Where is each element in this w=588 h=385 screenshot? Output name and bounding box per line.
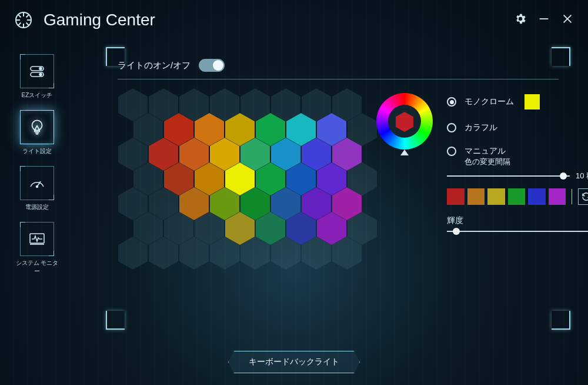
interval-slider[interactable] (447, 175, 570, 177)
interval-label: 色の変更間隔 (465, 157, 588, 167)
radio-label: カラフル (465, 122, 497, 133)
light-toggle-label: ライトのオン/オフ (118, 60, 191, 71)
radio-icon (447, 147, 456, 156)
sidebar-item-label: 電源設定 (25, 203, 49, 211)
interval-value: 10 秒 (576, 171, 588, 181)
color-preset[interactable] (549, 188, 566, 205)
hex-empty-cell (271, 237, 300, 270)
hex-empty-cell (179, 237, 209, 270)
sidebar-item-label: ライト設定 (22, 147, 52, 155)
radio-monochrome[interactable]: モノクローム (447, 94, 588, 109)
sidebar-item-system-monitor[interactable]: システム モニター (13, 222, 61, 276)
radio-icon (447, 97, 456, 107)
close-icon[interactable] (561, 12, 574, 28)
hex-empty-cell (149, 237, 178, 270)
color-preset[interactable] (528, 188, 546, 205)
color-presets (447, 188, 588, 205)
header: Gaming Center (0, 11, 588, 29)
sidebar: EZスイッチ ライト設定 電源設定 システム モニター (13, 54, 61, 276)
ez-switch-icon (20, 54, 54, 88)
color-preset[interactable] (447, 188, 465, 205)
monitor-icon (20, 222, 54, 256)
radio-manual[interactable]: マニュアル (447, 146, 588, 157)
settings-icon[interactable] (514, 12, 527, 28)
hex-empty-cell (118, 237, 148, 270)
sidebar-item-ez-switch[interactable]: EZスイッチ (13, 54, 61, 99)
light-settings-panel: ライトのオン/オフ モノクローム カラフル マニュアル 色の変更間隔 10 (118, 59, 559, 318)
svg-line-5 (19, 15, 21, 18)
svg-line-8 (19, 23, 21, 25)
color-preset[interactable] (487, 188, 505, 205)
hex-empty-cell (332, 237, 362, 270)
monochrome-swatch (524, 94, 540, 109)
brightness-slider[interactable] (447, 231, 588, 232)
color-preset[interactable] (508, 188, 526, 205)
hex-empty-cell (302, 237, 331, 270)
lightbulb-icon (20, 110, 54, 144)
svg-point-20 (36, 186, 38, 188)
svg-point-15 (39, 74, 42, 76)
radio-colorful[interactable]: カラフル (447, 122, 588, 133)
minimize-icon[interactable] (537, 12, 550, 28)
svg-point-13 (39, 68, 42, 70)
mode-options: モノクローム カラフル マニュアル 色の変更間隔 10 秒 輝度 (447, 94, 588, 239)
gauge-icon (20, 166, 54, 200)
sidebar-item-label: EZスイッチ (22, 91, 53, 99)
hex-empty-cell (210, 237, 239, 270)
svg-line-7 (26, 15, 29, 18)
preset-divider (572, 189, 572, 204)
refresh-presets-button[interactable] (578, 188, 588, 205)
app-title: Gaming Center (44, 11, 155, 29)
svg-line-6 (26, 23, 29, 25)
color-preset[interactable] (467, 188, 485, 205)
radio-icon (447, 123, 456, 132)
brightness-label: 輝度 (447, 215, 588, 226)
sidebar-item-label: システム モニター (13, 259, 61, 276)
hex-empty-cell (240, 237, 270, 270)
sidebar-item-light-settings[interactable]: ライト設定 (13, 110, 61, 155)
color-wheel-marker[interactable] (400, 150, 409, 155)
hex-color-grid (118, 88, 370, 253)
app-logo-icon (14, 11, 33, 29)
radio-label: マニュアル (465, 146, 506, 157)
keyboard-backlight-button[interactable]: キーボードバックライト (228, 351, 360, 373)
radio-label: モノクローム (465, 97, 514, 107)
sidebar-item-power-settings[interactable]: 電源設定 (13, 166, 61, 211)
light-toggle[interactable] (199, 59, 225, 72)
